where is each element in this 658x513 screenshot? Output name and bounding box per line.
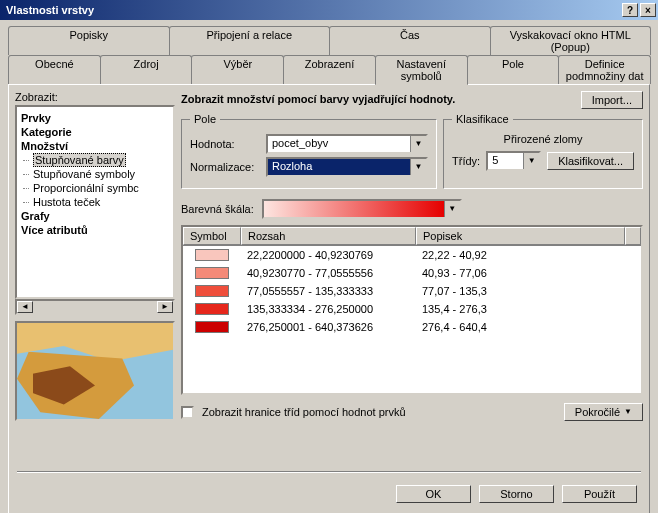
pole-legend: Pole <box>190 113 220 125</box>
table-row[interactable]: 77,0555557 - 135,33333377,07 - 135,3 <box>183 282 641 300</box>
symbol-cell <box>183 303 241 315</box>
titlebar: Vlastnosti vrstvy ? × <box>0 0 658 20</box>
grid-header-popisek[interactable]: Popisek <box>416 227 625 245</box>
tree-grafy[interactable]: Grafy <box>19 209 171 223</box>
tab-popup[interactable]: Vyskakovací okno HTML (Popup) <box>490 26 652 55</box>
cancel-button[interactable]: Storno <box>479 485 554 503</box>
normalizace-label: Normalizace: <box>190 161 260 173</box>
popisek-cell[interactable]: 276,4 - 640,4 <box>416 321 641 333</box>
tree-child-0[interactable]: Stupňované barvy <box>19 153 171 167</box>
tridy-combo[interactable]: 5 ▼ <box>486 151 541 171</box>
tree-child-1[interactable]: Stupňované symboly <box>19 167 171 181</box>
class-grid[interactable]: Symbol Rozsah Popisek 22,2200000 - 40,92… <box>181 225 643 395</box>
chevron-down-icon[interactable]: ▼ <box>410 136 426 152</box>
show-bounds-label: Zobrazit hranice tříd pomocí hodnot prvk… <box>202 406 406 418</box>
color-ramp-gradient <box>264 201 444 217</box>
zobrazit-label: Zobrazit: <box>15 91 175 103</box>
color-ramp-combo[interactable]: ▼ <box>262 199 462 219</box>
show-bounds-checkbox[interactable] <box>181 406 194 419</box>
tree-child-2[interactable]: Proporcionální symbc <box>19 181 171 195</box>
renderer-tree[interactable]: Prvky Kategorie Množství Stupňované barv… <box>15 105 175 299</box>
table-row[interactable]: 135,333334 - 276,250000135,4 - 276,3 <box>183 300 641 318</box>
chevron-down-icon[interactable]: ▼ <box>410 159 426 175</box>
rozsah-cell[interactable]: 22,2200000 - 40,9230769 <box>241 249 416 261</box>
grid-body[interactable]: 22,2200000 - 40,923076922,22 - 40,9240,9… <box>183 246 641 393</box>
grid-header: Symbol Rozsah Popisek <box>183 227 641 246</box>
tab-zdroj[interactable]: Zdroj <box>100 55 193 84</box>
tabs-row-2: Obecné Zdroj Výběr Zobrazení Nastavení s… <box>8 55 650 84</box>
tree-kategorie[interactable]: Kategorie <box>19 125 171 139</box>
color-swatch <box>195 321 229 333</box>
left-column: Zobrazit: Prvky Kategorie Množství Stupň… <box>15 91 175 421</box>
ramp-label: Barevná škála: <box>181 203 254 215</box>
table-row[interactable]: 22,2200000 - 40,923076922,22 - 40,92 <box>183 246 641 264</box>
tree-child-3[interactable]: Hustota teček <box>19 195 171 209</box>
rozsah-cell[interactable]: 40,9230770 - 77,0555556 <box>241 267 416 279</box>
hodnota-combo[interactable]: pocet_obyv ▼ <box>266 134 428 154</box>
tabs-row-1: Popisky Připojení a relace Čas Vyskakova… <box>8 26 650 55</box>
symbol-cell <box>183 321 241 333</box>
color-swatch <box>195 303 229 315</box>
tab-vyber[interactable]: Výběr <box>191 55 284 84</box>
scroll-right-icon[interactable]: ► <box>157 301 173 313</box>
symbol-cell <box>183 285 241 297</box>
right-column: Zobrazit množství pomocí barvy vyjadřují… <box>181 91 643 421</box>
rozsah-cell[interactable]: 276,250001 - 640,373626 <box>241 321 416 333</box>
klas-legend: Klasifikace <box>452 113 513 125</box>
table-row[interactable]: 40,9230770 - 77,055555640,93 - 77,06 <box>183 264 641 282</box>
dialog-body: Popisky Připojení a relace Čas Vyskakova… <box>0 20 658 513</box>
tree-mnozstvi[interactable]: Množství <box>19 139 171 153</box>
close-button[interactable]: × <box>640 3 656 17</box>
tridy-value: 5 <box>488 153 523 169</box>
advanced-label: Pokročilé <box>575 406 620 418</box>
popisek-cell[interactable]: 40,93 - 77,06 <box>416 267 641 279</box>
pole-fieldset: Pole Hodnota: pocet_obyv ▼ Normalizace: <box>181 113 437 189</box>
tree-vice[interactable]: Více atributů <box>19 223 171 237</box>
grid-header-scroll <box>625 227 641 245</box>
symbol-cell <box>183 267 241 279</box>
color-swatch <box>195 267 229 279</box>
popisek-cell[interactable]: 135,4 - 276,3 <box>416 303 641 315</box>
tab-zobrazeni[interactable]: Zobrazení <box>283 55 376 84</box>
import-button[interactable]: Import... <box>581 91 643 109</box>
tab-cas[interactable]: Čas <box>329 26 491 55</box>
tab-pripojeni[interactable]: Připojení a relace <box>169 26 331 55</box>
dialog-buttons: OK Storno Použít <box>396 485 637 503</box>
tree-selected[interactable]: Stupňované barvy <box>33 153 126 167</box>
advanced-button[interactable]: Pokročilé ▼ <box>564 403 643 421</box>
tab-symboly[interactable]: Nastavení symbolů <box>375 55 468 85</box>
window-title: Vlastnosti vrstvy <box>6 4 620 16</box>
separator <box>17 471 641 473</box>
tab-obecne[interactable]: Obecné <box>8 55 101 84</box>
hodnota-value: pocet_obyv <box>268 136 410 152</box>
chevron-down-icon: ▼ <box>624 408 632 416</box>
grid-header-symbol[interactable]: Symbol <box>183 227 241 245</box>
popisek-cell[interactable]: 77,07 - 135,3 <box>416 285 641 297</box>
tab-popisky[interactable]: Popisky <box>8 26 170 55</box>
help-button[interactable]: ? <box>622 3 638 17</box>
tab-pole[interactable]: Pole <box>467 55 560 84</box>
rozsah-cell[interactable]: 77,0555557 - 135,333333 <box>241 285 416 297</box>
color-swatch <box>195 285 229 297</box>
chevron-down-icon[interactable]: ▼ <box>444 201 460 217</box>
apply-button[interactable]: Použít <box>562 485 637 503</box>
popisek-cell[interactable]: 22,22 - 40,92 <box>416 249 641 261</box>
scroll-left-icon[interactable]: ◄ <box>17 301 33 313</box>
tree-hscroll[interactable]: ◄ ► <box>15 299 175 315</box>
table-row[interactable]: 276,250001 - 640,373626276,4 - 640,4 <box>183 318 641 336</box>
normalizace-value: Rozloha <box>268 159 410 175</box>
rozsah-cell[interactable]: 135,333334 - 276,250000 <box>241 303 416 315</box>
tridy-label: Třídy: <box>452 155 480 167</box>
normalizace-combo[interactable]: Rozloha ▼ <box>266 157 428 177</box>
chevron-down-icon[interactable]: ▼ <box>523 153 539 169</box>
klasifikovat-button[interactable]: Klasifikovat... <box>547 152 634 170</box>
tree-prvky[interactable]: Prvky <box>19 111 171 125</box>
map-preview <box>15 321 175 421</box>
grid-header-rozsah[interactable]: Rozsah <box>241 227 416 245</box>
tab-definice[interactable]: Definice podmnožiny dat <box>558 55 651 84</box>
symbol-cell <box>183 249 241 261</box>
tab-panel: Zobrazit: Prvky Kategorie Množství Stupň… <box>8 84 650 513</box>
hodnota-label: Hodnota: <box>190 138 260 150</box>
panel-heading: Zobrazit množství pomocí barvy vyjadřují… <box>181 91 575 105</box>
ok-button[interactable]: OK <box>396 485 471 503</box>
